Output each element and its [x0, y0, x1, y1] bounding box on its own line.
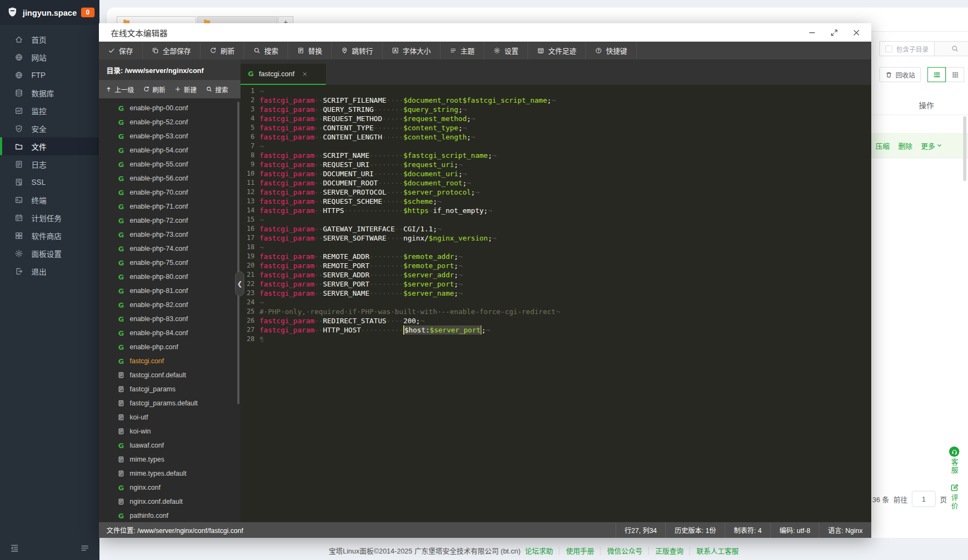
- menu-list-icon[interactable]: [80, 543, 90, 553]
- sidebar-item-label: 面板设置: [31, 248, 62, 259]
- file-item-enable-php-75.conf[interactable]: Genable-php-75.conf: [99, 256, 241, 270]
- sidebar-item-home[interactable]: 首页: [0, 30, 99, 48]
- doc-icon: [117, 428, 125, 435]
- footer-link-论坛求助[interactable]: 论坛求助: [525, 545, 553, 556]
- file-item-enable-php-52.conf[interactable]: Genable-php-52.conf: [99, 115, 241, 129]
- file-item-pathinfo.conf[interactable]: Gpathinfo.conf: [99, 509, 241, 522]
- sidebar-item-cron[interactable]: 计划任务: [0, 209, 99, 226]
- file-item-enable-php-00.conf[interactable]: Genable-php-00.conf: [99, 101, 241, 115]
- logo-bar[interactable]: jingyun.space 0: [0, 0, 99, 25]
- file-item-enable-php-73.conf[interactable]: Genable-php-73.conf: [99, 228, 241, 242]
- file-item-enable-php-80.conf[interactable]: Genable-php-80.conf: [99, 270, 241, 284]
- sidebar-item-monitor[interactable]: 监控: [0, 102, 99, 119]
- collapse-sidebar-icon[interactable]: [10, 543, 19, 553]
- toolbar-设置-button[interactable]: 设置: [484, 42, 528, 59]
- file-item-koi-win[interactable]: koi-win: [99, 424, 241, 438]
- sidebar-item-appstore[interactable]: 软件商店: [0, 226, 99, 244]
- file-item-nginx.conf[interactable]: Gnginx.conf: [99, 481, 241, 495]
- file-item-enable-php-53.conf[interactable]: Genable-php-53.conf: [99, 129, 241, 143]
- recycle-bin-button[interactable]: 回收站: [879, 67, 921, 82]
- file-item-enable-php-82.conf[interactable]: Genable-php-82.conf: [99, 298, 241, 312]
- file-item-fastcgi.conf.default[interactable]: fastcgi.conf.default: [99, 368, 241, 382]
- include-subdir-checkbox[interactable]: [885, 45, 892, 52]
- status-item-0[interactable]: 行27, 列34: [616, 522, 666, 538]
- file-item-luawaf.conf[interactable]: Gluawaf.conf: [99, 438, 241, 452]
- filetree-新建-button[interactable]: 新建: [175, 85, 197, 94]
- tab-close-icon[interactable]: [302, 71, 308, 77]
- sidebar-item-logout[interactable]: 退出: [0, 262, 99, 280]
- file-tree-scrollbar[interactable]: [237, 102, 239, 404]
- sidebar-item-ftp[interactable]: FTP: [0, 66, 99, 84]
- page-input[interactable]: 1: [912, 491, 936, 507]
- file-item-enable-php-72.conf[interactable]: Genable-php-72.conf: [99, 214, 241, 228]
- sidebar-item-logs[interactable]: 日志: [0, 155, 99, 173]
- close-icon[interactable]: [852, 29, 860, 37]
- code-line-8: 8fastcgi_param··SCRIPT_NAME········$fast…: [241, 151, 871, 160]
- toolbar-主题-button[interactable]: 主题: [440, 42, 484, 59]
- toolbar-刷新-button[interactable]: 刷新: [201, 42, 244, 59]
- file-item-fastcgi_params[interactable]: fastcgi_params: [99, 382, 241, 396]
- file-item-enable-php-54.conf[interactable]: Genable-php-54.conf: [99, 143, 241, 157]
- sidebar-item-database[interactable]: 数据库: [0, 84, 99, 102]
- row-action-删除[interactable]: 删除: [898, 141, 912, 151]
- file-item-mime.types.default[interactable]: mime.types.default: [99, 466, 241, 481]
- editor-body: 目录: /www/server/nginx/conf 上一级刷新新建搜索 Gen…: [99, 59, 871, 522]
- file-item-enable-php.conf[interactable]: Genable-php.conf: [99, 340, 241, 354]
- file-item-enable-php-74.conf[interactable]: Genable-php-74.conf: [99, 242, 241, 256]
- file-item-enable-php-56.conf[interactable]: Genable-php-56.conf: [99, 171, 241, 185]
- grid-view-button[interactable]: [946, 67, 964, 82]
- footer-link-正版查询[interactable]: 正版查询: [656, 545, 684, 556]
- status-item-3[interactable]: 编码: utf-8: [770, 522, 819, 538]
- footer-link-使用手册[interactable]: 使用手册: [566, 545, 594, 556]
- file-item-enable-php-83.conf[interactable]: Genable-php-83.conf: [99, 312, 241, 326]
- status-item-4[interactable]: 语言: Nginx: [819, 522, 871, 538]
- include-subdir-option[interactable]: 包含子目录: [879, 41, 934, 56]
- toolbar-快捷键-button[interactable]: 快捷键: [586, 42, 637, 59]
- sidebar-item-security[interactable]: 安全: [0, 119, 99, 137]
- toolbar-搜索-button[interactable]: 搜索: [244, 42, 288, 59]
- code-line-20: 20fastcgi_param··REMOTE_PORT········$rem…: [241, 261, 871, 270]
- editor-status-bar: 文件位置: /www/server/nginx/conf/fastcgi.con…: [99, 522, 871, 538]
- table-scrollbar[interactable]: [963, 116, 966, 181]
- feedback-button[interactable]: 评价: [949, 483, 959, 510]
- sidebar-item-ssl[interactable]: SSL: [0, 173, 99, 191]
- file-item-koi-utf[interactable]: koi-utf: [99, 410, 241, 424]
- toolbar-替换-button[interactable]: 替换: [288, 42, 332, 59]
- file-item-fastcgi.conf[interactable]: Gfastcgi.conf: [99, 354, 241, 368]
- filetree-搜索-button[interactable]: 搜索: [206, 85, 228, 94]
- file-item-enable-php-81.conf[interactable]: Genable-php-81.conf: [99, 284, 241, 298]
- footer-link-微信公众号[interactable]: 微信公众号: [607, 545, 642, 556]
- file-item-nginx.conf.default[interactable]: nginx.conf.default: [99, 495, 241, 509]
- toolbar-跳转行-button[interactable]: 跳转行: [332, 42, 383, 59]
- list-view-button[interactable]: [927, 67, 946, 82]
- footer-link-联系人工客服[interactable]: 联系人工客服: [697, 545, 739, 556]
- sidebar-item-terminal[interactable]: 终端: [0, 191, 99, 209]
- sidebar-item-files[interactable]: 文件: [0, 137, 99, 155]
- file-search-button[interactable]: [934, 41, 968, 56]
- status-item-1[interactable]: 历史版本: 1份: [665, 522, 724, 538]
- toolbar-文件足迹-button[interactable]: 文件足迹: [528, 42, 586, 59]
- file-item-enable-php-71.conf[interactable]: Genable-php-71.conf: [99, 199, 241, 214]
- message-badge[interactable]: 0: [81, 8, 95, 17]
- toolbar-全部保存-button[interactable]: 全部保存: [143, 42, 201, 59]
- filetree-刷新-button[interactable]: 刷新: [143, 85, 165, 94]
- status-item-2[interactable]: 制表符: 4: [725, 522, 770, 538]
- code-editor[interactable]: 1¬2fastcgi_param··SCRIPT_FILENAME····$do…: [241, 85, 871, 522]
- collapse-file-panel-handle[interactable]: ❮: [235, 271, 244, 296]
- minimize-icon[interactable]: [808, 29, 816, 37]
- file-item-enable-php-70.conf[interactable]: Genable-php-70.conf: [99, 185, 241, 199]
- sidebar-item-site[interactable]: 网站: [0, 48, 99, 66]
- file-item-enable-php-55.conf[interactable]: Genable-php-55.conf: [99, 157, 241, 171]
- filetree-上一级-button[interactable]: 上一级: [105, 85, 134, 94]
- toolbar-保存-button[interactable]: 保存: [99, 42, 143, 59]
- sidebar-item-settings[interactable]: 面板设置: [0, 244, 99, 262]
- row-action-压缩[interactable]: 压缩: [876, 141, 890, 151]
- customer-service-button[interactable]: 客服: [949, 446, 959, 475]
- tab-fastcgi-conf[interactable]: G fastcgi.conf: [241, 64, 326, 85]
- row-action-更多[interactable]: 更多: [921, 141, 942, 151]
- file-item-fastcgi_params.default[interactable]: fastcgi_params.default: [99, 396, 241, 410]
- maximize-icon[interactable]: [830, 29, 838, 37]
- toolbar-字体大小-button[interactable]: 字体大小: [383, 42, 440, 59]
- file-item-enable-php-84.conf[interactable]: Genable-php-84.conf: [99, 326, 241, 340]
- file-item-mime.types[interactable]: mime.types: [99, 452, 241, 466]
